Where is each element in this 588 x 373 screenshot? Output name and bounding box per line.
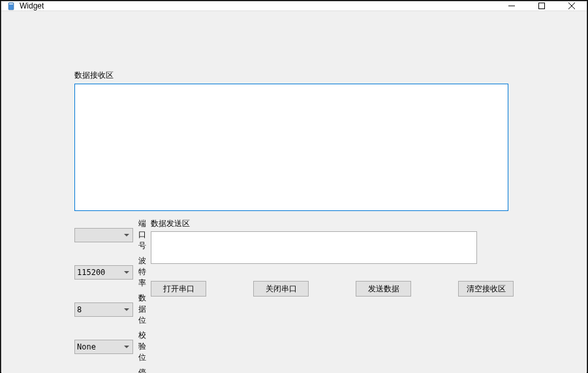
titlebar: Widget: [1, 1, 587, 11]
port-row: 端口号: [74, 218, 151, 251]
parity-label: 校验位: [138, 330, 151, 363]
mid-row: 端口号 115200 波特率 8 数: [74, 218, 514, 373]
parity-row: None 校验位: [74, 330, 151, 363]
stopbits-label: 停止位: [138, 367, 151, 373]
button-row: 打开串口 关闭串口 发送数据 清空接收区: [151, 281, 514, 297]
stopbits-row: 1 停止位: [74, 367, 151, 373]
port-select[interactable]: [74, 228, 133, 242]
svg-rect-1: [9, 3, 13, 5]
recv-area-label: 数据接收区: [74, 70, 514, 81]
settings-column: 端口号 115200 波特率 8 数: [74, 218, 151, 373]
app-icon: [7, 1, 16, 10]
clear-recv-button[interactable]: 清空接收区: [458, 281, 514, 297]
close-button[interactable]: [557, 1, 587, 10]
minimize-button[interactable]: [497, 1, 527, 10]
window-title: Widget: [20, 1, 497, 10]
receive-textarea[interactable]: [74, 84, 508, 211]
baud-label: 波特率: [138, 255, 151, 289]
window-controls: [497, 1, 587, 10]
port-label: 端口号: [138, 218, 151, 251]
send-textarea[interactable]: [151, 231, 477, 264]
open-port-button[interactable]: 打开串口: [151, 281, 206, 297]
send-column: 数据发送区 打开串口 关闭串口 发送数据 清空接收区: [151, 218, 514, 373]
databits-select[interactable]: 8: [74, 302, 133, 317]
databits-row: 8 数据位: [74, 293, 151, 326]
svg-rect-3: [539, 3, 545, 9]
baud-row: 115200 波特率: [74, 255, 151, 289]
baud-select[interactable]: 115200: [74, 265, 133, 280]
app-window: Widget 数据接收区: [1, 1, 587, 372]
databits-label: 数据位: [138, 293, 151, 326]
send-area-label: 数据发送区: [151, 218, 514, 229]
maximize-button[interactable]: [527, 1, 557, 10]
parity-select[interactable]: None: [74, 340, 133, 354]
send-data-button[interactable]: 发送数据: [356, 281, 411, 297]
client-area: 数据接收区 端口号 115200: [1, 11, 587, 373]
close-port-button[interactable]: 关闭串口: [253, 281, 309, 297]
